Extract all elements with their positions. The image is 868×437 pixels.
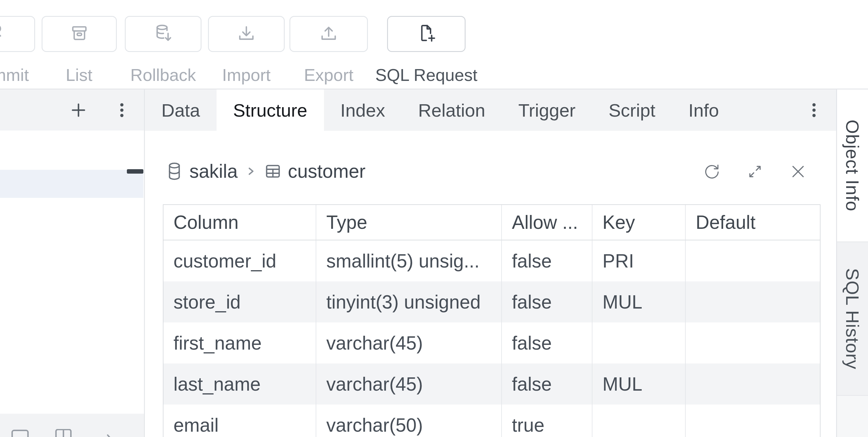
rollback-button[interactable] — [125, 16, 202, 52]
object-info-label: Object Info — [842, 120, 863, 211]
table-header-row: Column Type Allow ... Key Default — [163, 205, 820, 240]
table-row: customer_id smallint(5) unsig... false P… — [163, 240, 820, 282]
export-icon — [318, 23, 340, 45]
table-row: first_name varchar(45) false — [163, 322, 820, 363]
tab-trigger[interactable]: Trigger — [502, 89, 592, 131]
list-label: List — [66, 65, 92, 84]
table-cell[interactable] — [592, 322, 686, 363]
export-button[interactable] — [289, 16, 368, 52]
panel-actions — [703, 163, 807, 180]
app-window: Commit List Rollback Import Export SQL R… — [0, 0, 868, 437]
tab-script[interactable]: Script — [592, 89, 672, 131]
table-cell[interactable]: smallint(5) unsig... — [316, 240, 502, 282]
commit-label: Commit — [0, 65, 29, 84]
expand-icon[interactable] — [746, 163, 764, 180]
commit-button[interactable] — [0, 16, 35, 52]
tab-index[interactable]: Index — [324, 89, 402, 131]
table-cell[interactable]: store_id — [163, 282, 316, 322]
tab-object-info[interactable]: Object Info — [837, 89, 868, 241]
close-icon[interactable] — [789, 163, 807, 180]
sql-request-button[interactable] — [387, 16, 466, 52]
table-cell[interactable]: customer_id — [163, 240, 316, 282]
sidebar-selected-item[interactable] — [0, 170, 144, 198]
table-row: email varchar(50) true — [163, 405, 820, 437]
list-button[interactable] — [41, 16, 117, 52]
new-sql-file-icon — [415, 23, 438, 45]
table-cell[interactable] — [686, 322, 820, 363]
add-connection-icon[interactable] — [71, 103, 86, 118]
commit-icon — [0, 23, 8, 45]
archive-box-icon — [68, 23, 90, 45]
database-rollback-icon — [152, 23, 174, 45]
column-header: Column — [163, 205, 316, 240]
sql-request-label: SQL Request — [375, 65, 477, 84]
tabs-more-icon[interactable] — [811, 103, 817, 117]
allow-null-header: Allow ... — [502, 205, 592, 240]
sql-history-label: SQL History — [842, 268, 863, 369]
table-cell[interactable]: last_name — [163, 363, 316, 405]
breadcrumb: sakila customer — [166, 159, 366, 183]
table-cell[interactable] — [686, 282, 820, 322]
breadcrumb-table[interactable]: customer — [288, 160, 366, 182]
table-cell[interactable]: false — [502, 240, 592, 282]
table-cell[interactable] — [592, 405, 686, 437]
chevron-right-icon — [247, 165, 255, 177]
import-icon — [236, 23, 257, 45]
table-cell[interactable]: PRI — [592, 240, 686, 282]
export-label: Export — [304, 65, 353, 84]
table-cell[interactable]: false — [502, 282, 592, 322]
refresh-icon[interactable] — [703, 163, 720, 180]
table-icon — [265, 163, 281, 180]
rollback-label: Rollback — [130, 65, 196, 84]
sidebar-scrollbar-thumb[interactable] — [127, 169, 144, 174]
key-header: Key — [592, 205, 686, 240]
table-cell[interactable]: varchar(50) — [316, 405, 502, 437]
table-cell[interactable]: MUL — [592, 282, 686, 322]
table-row: last_name varchar(45) false MUL — [163, 363, 820, 405]
table-cell[interactable]: false — [502, 322, 592, 363]
tab-sql-history[interactable]: SQL History — [837, 241, 868, 396]
import-button[interactable] — [208, 16, 285, 52]
table-cell[interactable]: varchar(45) — [316, 322, 502, 363]
table-cell[interactable]: varchar(45) — [316, 363, 502, 405]
tab-info[interactable]: Info — [672, 89, 735, 131]
split-columns-icon[interactable] — [54, 429, 73, 437]
sidebar-more-icon[interactable] — [115, 103, 128, 117]
table-cell[interactable] — [686, 363, 820, 405]
panel-layout-icon[interactable] — [11, 429, 30, 437]
table-cell[interactable] — [686, 240, 820, 282]
database-icon — [166, 162, 183, 180]
table-cell[interactable]: tinyint(3) unsigned — [316, 282, 502, 322]
table-row: store_id tinyint(3) unsigned false MUL — [163, 282, 820, 322]
type-header: Type — [316, 205, 502, 240]
table-cell[interactable] — [686, 405, 820, 437]
table-cell[interactable]: MUL — [592, 363, 686, 405]
import-label: Import — [222, 65, 271, 84]
tab-structure[interactable]: Structure — [217, 89, 324, 131]
tab-relation[interactable]: Relation — [402, 89, 502, 131]
structure-table: Column Type Allow ... Key Default custom… — [163, 204, 820, 437]
sidebar-divider[interactable] — [144, 89, 145, 437]
top-toolbar: Commit List Rollback Import Export SQL R… — [0, 0, 868, 89]
table-view-tabs: Data Structure Index Relation Trigger Sc… — [145, 89, 836, 131]
redo-arrow-icon[interactable] — [96, 429, 115, 437]
default-header: Default — [686, 205, 820, 240]
breadcrumb-database[interactable]: sakila — [189, 160, 238, 182]
table-cell[interactable]: false — [502, 363, 592, 405]
tab-data[interactable]: Data — [145, 89, 217, 131]
table-cell[interactable]: first_name — [163, 322, 316, 363]
table-cell[interactable]: email — [163, 405, 316, 437]
table-cell[interactable]: true — [502, 405, 592, 437]
